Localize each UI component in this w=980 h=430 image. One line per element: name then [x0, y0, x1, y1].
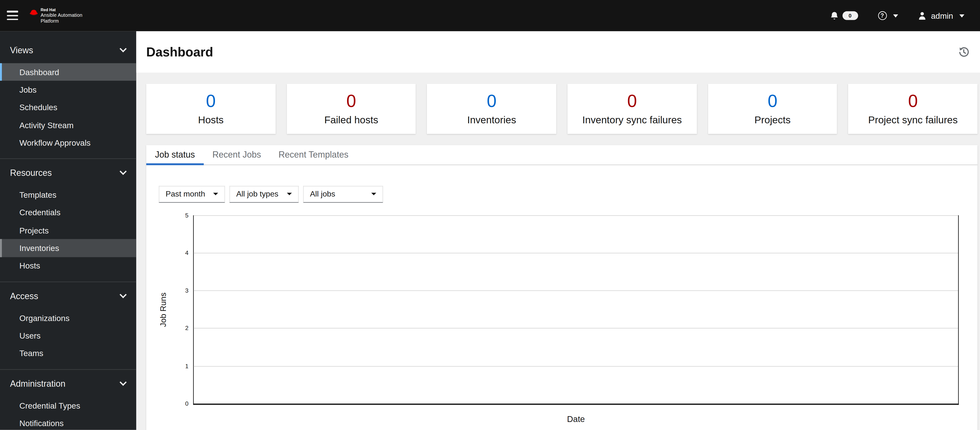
- sidebar-item-dashboard[interactable]: Dashboard: [0, 63, 136, 81]
- sidebar-item-label: Teams: [19, 349, 43, 358]
- help-menu-button[interactable]: ?: [878, 11, 898, 20]
- page-header: Dashboard: [136, 31, 980, 73]
- app-viewport: Red Hat Ansible Automation Platform 0 ?: [0, 0, 980, 430]
- gridline: [193, 215, 958, 216]
- tabs: Job status Recent Jobs Recent Templates: [146, 145, 978, 165]
- summary-card-project-sync-failures[interactable]: 0 Project sync failures: [848, 84, 978, 134]
- summary-card-inventory-sync-failures[interactable]: 0 Inventory sync failures: [568, 84, 697, 134]
- hamburger-bar: [7, 19, 18, 20]
- tab-recent-jobs[interactable]: Recent Jobs: [204, 145, 270, 165]
- sidebar-item-credentials[interactable]: Credentials: [0, 204, 136, 222]
- nav-group-views[interactable]: Views: [0, 42, 136, 58]
- page-body: 0 Hosts 0 Failed hosts 0 Inventories 0 I…: [136, 72, 980, 430]
- masthead: Red Hat Ansible Automation Platform 0 ?: [0, 0, 980, 31]
- sidebar-item-label: Hosts: [19, 261, 40, 271]
- summary-card-failed-hosts[interactable]: 0 Failed hosts: [287, 84, 416, 134]
- gridline: [193, 290, 958, 291]
- summary-card-inventories[interactable]: 0 Inventories: [427, 84, 556, 134]
- user-menu-button[interactable]: admin: [918, 11, 964, 21]
- card-count[interactable]: 0: [908, 93, 918, 110]
- sidebar-item-label: Workflow Approvals: [19, 138, 91, 148]
- tab-job-status[interactable]: Job status: [146, 145, 204, 165]
- nav-group-label: Administration: [10, 379, 65, 388]
- redhat-aap-logo: Red Hat Ansible Automation Platform: [29, 8, 82, 23]
- card-label: Failed hosts: [324, 115, 378, 125]
- card-count[interactable]: 0: [627, 93, 637, 110]
- sidebar-item-label: Projects: [19, 226, 49, 235]
- redhat-hat-icon: [29, 8, 38, 15]
- period-select[interactable]: Past month: [159, 185, 225, 202]
- sidebar-item-schedules[interactable]: Schedules: [0, 99, 136, 116]
- card-count[interactable]: 0: [347, 93, 356, 110]
- hamburger-bar: [7, 15, 18, 16]
- job-filter-select-value: All jobs: [310, 190, 335, 198]
- y-tick-label: 0: [185, 400, 189, 407]
- chevron-down-icon: [119, 45, 127, 52]
- card-label: Inventories: [467, 115, 516, 125]
- sidebar-item-label: Notifications: [19, 419, 64, 428]
- brand-line2: Ansible Automation: [41, 13, 82, 18]
- chart-y-axis-title: Job Runs: [158, 293, 168, 327]
- sidebar-item-organizations[interactable]: Organizations: [0, 309, 136, 327]
- sidebar-item-projects[interactable]: Projects: [0, 222, 136, 239]
- caret-down-icon: [287, 193, 292, 195]
- nav-group-administration[interactable]: Administration: [0, 375, 136, 392]
- y-tick-label: 1: [185, 362, 189, 369]
- card-label: Project sync failures: [868, 115, 958, 125]
- sidebar-item-label: Dashboard: [19, 67, 59, 77]
- question-circle-icon: ?: [878, 11, 887, 20]
- sidebar-item-label: Credentials: [19, 208, 60, 217]
- chevron-down-icon: [959, 14, 964, 17]
- job-type-select[interactable]: All job types: [229, 185, 299, 202]
- card-count[interactable]: 0: [487, 93, 496, 110]
- card-label: Projects: [754, 115, 791, 125]
- sidebar-item-label: Credential Types: [19, 401, 80, 410]
- sidebar-item-label: Templates: [19, 190, 56, 200]
- card-count[interactable]: 0: [768, 93, 777, 110]
- masthead-right: 0 ? admin: [830, 11, 964, 21]
- dashboard-graph-panel: Job status Recent Jobs Recent Templates …: [146, 145, 978, 430]
- chart-x-axis-title: Date: [567, 414, 585, 424]
- y-tick-label: 4: [185, 249, 189, 256]
- history-icon[interactable]: [958, 46, 969, 58]
- card-count[interactable]: 0: [206, 93, 216, 110]
- user-icon: [918, 11, 926, 20]
- job-filter-select[interactable]: All jobs: [303, 185, 383, 202]
- sidebar-item-notifications[interactable]: Notifications: [0, 414, 136, 430]
- sidebar-item-users[interactable]: Users: [0, 327, 136, 345]
- sidebar-item-workflow-approvals[interactable]: Workflow Approvals: [0, 134, 136, 152]
- caret-down-icon: [371, 193, 376, 195]
- sidebar-item-templates[interactable]: Templates: [0, 186, 136, 204]
- tab-recent-templates[interactable]: Recent Templates: [270, 145, 357, 165]
- sidebar-item-teams[interactable]: Teams: [0, 344, 136, 362]
- brand-text: Red Hat Ansible Automation Platform: [41, 8, 82, 23]
- sidebar-item-credential-types[interactable]: Credential Types: [0, 397, 136, 414]
- nav-group-resources[interactable]: Resources: [0, 165, 136, 181]
- sidebar-item-label: Jobs: [19, 85, 37, 94]
- summary-card-projects[interactable]: 0 Projects: [708, 84, 837, 134]
- sidebar-item-label: Activity Stream: [19, 120, 73, 130]
- gridline: [193, 253, 958, 253]
- y-tick-label: 3: [185, 287, 189, 294]
- chevron-down-icon: [119, 379, 127, 386]
- sidebar-item-label: Users: [19, 331, 41, 340]
- nav-section-administration: Administration Credential Types Notifica…: [0, 370, 136, 430]
- nav-group-label: Access: [10, 291, 38, 301]
- nav-toggle-button[interactable]: [7, 11, 18, 21]
- chevron-down-icon: [893, 14, 898, 17]
- main-content: Dashboard 0 Hosts 0 Failed hosts 0: [136, 31, 980, 430]
- brand-line3: Platform: [41, 19, 82, 23]
- sidebar-item-activity-stream[interactable]: Activity Stream: [0, 116, 136, 134]
- nav-group-access[interactable]: Access: [0, 288, 136, 304]
- sidebar-item-label: Schedules: [19, 103, 57, 112]
- sidebar-item-jobs[interactable]: Jobs: [0, 81, 136, 99]
- summary-cards-row: 0 Hosts 0 Failed hosts 0 Inventories 0 I…: [146, 84, 978, 134]
- nav-group-label: Views: [10, 45, 33, 55]
- sidebar-item-hosts[interactable]: Hosts: [0, 257, 136, 275]
- sidebar-item-inventories[interactable]: Inventories: [0, 239, 136, 257]
- notifications-button[interactable]: 0: [830, 11, 858, 21]
- chevron-down-icon: [119, 291, 127, 298]
- gridline: [193, 366, 958, 366]
- summary-card-hosts[interactable]: 0 Hosts: [146, 84, 275, 134]
- period-select-value: Past month: [166, 190, 205, 198]
